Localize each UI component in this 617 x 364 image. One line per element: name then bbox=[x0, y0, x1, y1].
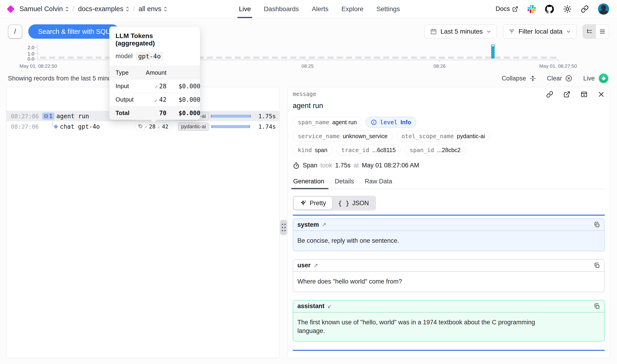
collapse-children-icon bbox=[44, 114, 48, 118]
children-count-badge[interactable]: 1 bbox=[42, 112, 54, 120]
message-assistant: assistant ↙ The first known use of "hell… bbox=[293, 300, 605, 342]
time-range-value: Last 5 minutes bbox=[440, 28, 483, 35]
docs-link[interactable]: Docs bbox=[496, 5, 518, 13]
attr-level[interactable]: levelInfo bbox=[366, 117, 416, 128]
span-duration-line: Span took 1.75s at May 01 08:27:06 AM bbox=[293, 162, 605, 169]
attr-otel-scope-name[interactable]: otel_scope_namepydantic-ai bbox=[396, 131, 490, 142]
message-system: system ↗ Be concise, reply with one sent… bbox=[293, 218, 605, 251]
input-arrow-icon: ↗ bbox=[144, 124, 147, 129]
nav-live[interactable]: Live bbox=[239, 0, 251, 18]
copy-link-icon[interactable] bbox=[546, 91, 553, 98]
close-icon[interactable] bbox=[598, 91, 605, 98]
time-range-select[interactable]: Last 5 minutes bbox=[424, 24, 497, 39]
llm-tokens-tooltip: LLM Tokens (aggregated) model gpt-4o Typ… bbox=[109, 26, 200, 120]
live-toggle[interactable]: Live bbox=[583, 73, 609, 84]
attr-service-name[interactable]: service_nameunknown_service bbox=[293, 131, 393, 142]
message-text: Be concise, reply with one sentence. bbox=[293, 231, 604, 251]
stopwatch-icon bbox=[293, 162, 300, 169]
row-timestamp: 08:27:06 bbox=[11, 123, 39, 130]
dock-panel-icon[interactable] bbox=[581, 91, 588, 98]
view-mode-segmented bbox=[583, 24, 609, 39]
org-name: Samuel Colvin bbox=[19, 5, 63, 13]
top-bar: Samuel Colvin / docs-examples / all envs… bbox=[0, 0, 617, 18]
copy-icon[interactable] bbox=[594, 221, 600, 228]
filter-value: Filter local data bbox=[518, 28, 563, 35]
content-divider-top bbox=[293, 215, 605, 216]
copy-icon[interactable] bbox=[594, 262, 600, 269]
tab-generation[interactable]: Generation bbox=[293, 176, 325, 189]
detail-tabs: Generation Details Raw Data bbox=[293, 176, 605, 189]
model-value: gpt-4o bbox=[136, 52, 163, 61]
collapse-button[interactable]: Collapse bbox=[502, 75, 536, 82]
nav-alerts[interactable]: Alerts bbox=[312, 0, 328, 18]
duration-text: 1.74s bbox=[258, 123, 276, 130]
span-name: agent run bbox=[56, 113, 89, 120]
x-tick-label: 08:26 bbox=[433, 63, 446, 69]
status-row: Showing records from the last 5 minutes … bbox=[8, 72, 609, 84]
pretty-view-button[interactable]: Pretty bbox=[294, 197, 332, 209]
json-view-button[interactable]: { } JSON bbox=[332, 197, 375, 209]
docs-label: Docs bbox=[496, 5, 510, 13]
theme-sun-icon[interactable] bbox=[563, 5, 572, 13]
panel-resize-handle[interactable] bbox=[280, 220, 287, 235]
open-in-new-icon[interactable] bbox=[564, 91, 570, 98]
search-sql-button[interactable]: Search & filter with SQL bbox=[28, 24, 119, 39]
clear-button[interactable]: Clear bbox=[547, 75, 573, 82]
toolbar: / Search & filter with SQL Last 5 minute… bbox=[8, 24, 609, 39]
filter-local-data-select[interactable]: Filter local data bbox=[503, 24, 577, 39]
logfire-app: Samuel Colvin / docs-examples / all envs… bbox=[0, 0, 617, 364]
records-timeline-chart[interactable]: 2.0 1.0 0.0 May 01. 08:22:50 08:25 08:26… bbox=[0, 43, 617, 72]
attr-kind[interactable]: kindspan bbox=[293, 145, 332, 155]
tree-view-toggle[interactable] bbox=[583, 25, 596, 39]
y-axis-line bbox=[38, 44, 38, 60]
slack-icon[interactable] bbox=[527, 5, 536, 13]
attr-span-id[interactable]: span_id...28cbc2 bbox=[405, 145, 466, 155]
outgoing-arrow-icon: ↗ bbox=[322, 221, 326, 228]
updown-caret-icon bbox=[164, 6, 167, 12]
copy-icon[interactable] bbox=[594, 303, 600, 310]
token-cost-table: Type Amount Cost Input ↗28 $0.0000700 Ou… bbox=[109, 66, 200, 120]
row-timestamp: 08:27:06 bbox=[11, 113, 39, 119]
showing-records-text: Showing records from the last 5 minutes bbox=[8, 75, 120, 82]
project-name: docs-examples bbox=[78, 5, 123, 13]
user-avatar[interactable] bbox=[598, 3, 609, 15]
clear-circle-x-icon bbox=[565, 75, 572, 82]
x-tick-label: 08:25 bbox=[302, 63, 314, 69]
collapse-vertical-icon bbox=[529, 75, 536, 82]
nav-explore[interactable]: Explore bbox=[341, 0, 364, 18]
y-tick-label: 2.0 bbox=[13, 45, 34, 50]
model-key: model bbox=[116, 53, 133, 60]
updown-caret-icon bbox=[126, 6, 129, 12]
clear-label: Clear bbox=[547, 75, 562, 82]
env-switcher[interactable]: all envs bbox=[138, 5, 167, 13]
y-tick bbox=[35, 47, 38, 48]
nav-settings[interactable]: Settings bbox=[377, 0, 400, 18]
attr-trace-id[interactable]: trace_id...6c8115 bbox=[336, 145, 401, 155]
output-arrow-icon: ↙ bbox=[157, 124, 160, 129]
github-icon[interactable] bbox=[545, 5, 554, 13]
y-tick-label: 1.0 bbox=[13, 51, 34, 57]
trace-row-chat-gpt4o[interactable]: 08:27:06 chat gpt-4o ↗28 ↙42 pydantic-ai… bbox=[6, 121, 279, 132]
x-tick bbox=[308, 60, 308, 62]
calendar-icon bbox=[430, 28, 437, 35]
outgoing-arrow-icon: ↗ bbox=[313, 262, 318, 269]
attr-span-name[interactable]: span_nameagent run bbox=[293, 117, 362, 128]
tab-raw-data[interactable]: Raw Data bbox=[364, 176, 393, 189]
span-detail-panel: message agent run span_nameagent run lev… bbox=[287, 87, 610, 358]
duration-text: 1.75s bbox=[258, 113, 276, 119]
message-user: user ↗ Where does "hello world" come fro… bbox=[293, 259, 605, 292]
project-switcher[interactable]: docs-examples bbox=[78, 5, 129, 13]
slash-shortcut-key[interactable]: / bbox=[8, 25, 22, 39]
input-arrow-icon: ↗ bbox=[154, 83, 158, 90]
selected-record-bar[interactable] bbox=[491, 44, 495, 59]
share-link-icon[interactable] bbox=[581, 5, 589, 13]
tab-details[interactable]: Details bbox=[334, 176, 355, 189]
org-switcher[interactable]: Samuel Colvin bbox=[19, 5, 69, 13]
nav-dashboards[interactable]: Dashboards bbox=[264, 0, 299, 18]
token-count-pill[interactable]: ↗28 ↙42 bbox=[135, 122, 172, 131]
list-view-toggle[interactable] bbox=[596, 25, 609, 39]
message-text: The first known use of "hello, world" wa… bbox=[293, 312, 564, 341]
col-amount: Amount bbox=[140, 66, 172, 79]
incoming-arrow-icon: ↙ bbox=[327, 303, 332, 310]
scope-tag[interactable]: pydantic-ai bbox=[178, 122, 209, 131]
